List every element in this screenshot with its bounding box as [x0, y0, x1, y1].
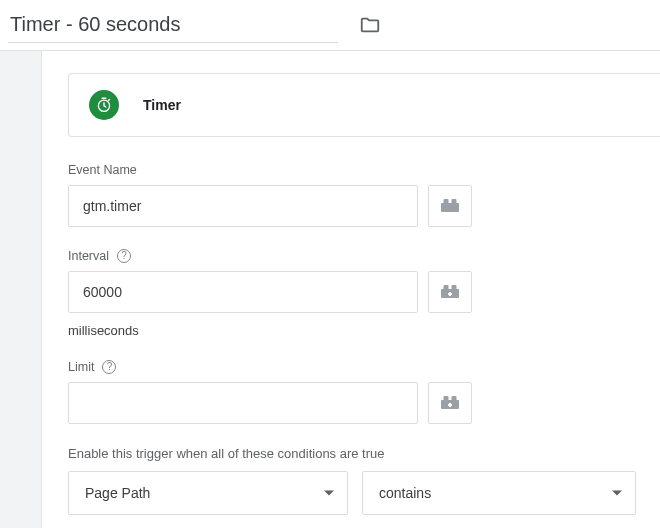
help-icon[interactable]: ?	[117, 249, 131, 263]
event-name-variable-button[interactable]	[428, 185, 472, 227]
limit-variable-button[interactable]	[428, 382, 472, 424]
svg-rect-8	[448, 293, 452, 295]
left-rail	[0, 51, 42, 528]
svg-rect-2	[444, 199, 449, 204]
svg-rect-6	[452, 285, 457, 290]
event-name-input[interactable]	[68, 185, 418, 227]
interval-variable-button[interactable]	[428, 271, 472, 313]
folder-icon[interactable]	[356, 11, 384, 39]
condition-variable-dropdown[interactable]: Page Path	[68, 471, 348, 515]
chevron-down-icon	[323, 487, 335, 499]
svg-rect-5	[444, 285, 449, 290]
condition-variable-value: Page Path	[85, 485, 150, 501]
trigger-name-input[interactable]	[8, 7, 338, 43]
interval-unit: milliseconds	[68, 323, 660, 338]
content-area: Timer Event Name Interval ?	[42, 51, 660, 528]
timer-icon	[89, 90, 119, 120]
lego-plus-icon	[440, 283, 460, 302]
limit-label: Limit	[68, 360, 94, 374]
interval-input[interactable]	[68, 271, 418, 313]
lego-plus-icon	[440, 394, 460, 413]
interval-label: Interval	[68, 249, 109, 263]
titlebar	[0, 0, 660, 50]
svg-rect-1	[441, 203, 459, 212]
svg-rect-11	[452, 396, 457, 401]
svg-rect-13	[448, 404, 452, 406]
conditions-heading: Enable this trigger when all of these co…	[68, 446, 660, 461]
chevron-down-icon	[611, 487, 623, 499]
condition-row: Page Path contains	[68, 471, 660, 515]
event-name-label: Event Name	[68, 163, 660, 177]
help-icon[interactable]: ?	[102, 360, 116, 374]
event-name-section: Event Name	[68, 163, 660, 227]
trigger-type-card[interactable]: Timer	[68, 73, 660, 137]
condition-operator-dropdown[interactable]: contains	[362, 471, 636, 515]
condition-operator-value: contains	[379, 485, 431, 501]
lego-icon	[440, 197, 460, 216]
trigger-type-label: Timer	[143, 97, 181, 113]
svg-rect-10	[444, 396, 449, 401]
limit-input[interactable]	[68, 382, 418, 424]
interval-section: Interval ? milliseconds	[68, 249, 660, 338]
svg-rect-3	[452, 199, 457, 204]
limit-section: Limit ?	[68, 360, 660, 424]
